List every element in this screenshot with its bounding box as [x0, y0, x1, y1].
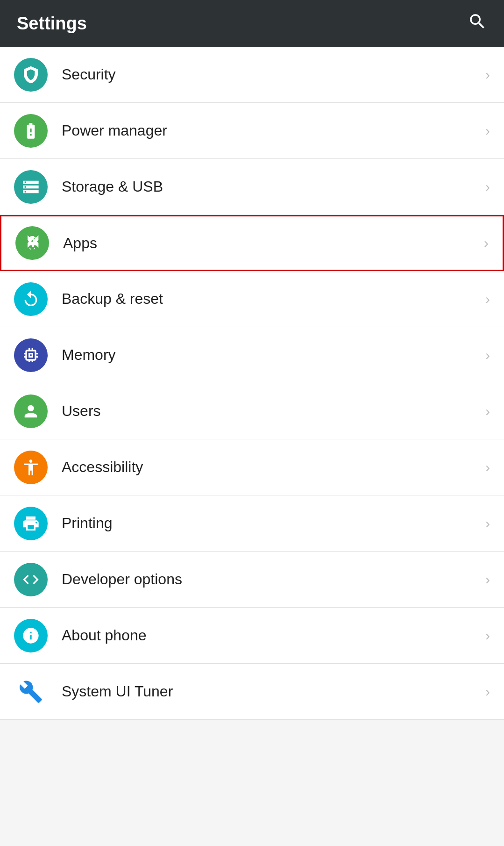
settings-item-printing[interactable]: Printing › [0, 495, 504, 552]
apps-icon [15, 226, 49, 260]
apps-chevron: › [484, 235, 489, 251]
settings-item-developer-options[interactable]: Developer options › [0, 552, 504, 608]
settings-item-security[interactable]: Security › [0, 47, 504, 103]
settings-item-about-phone[interactable]: About phone › [0, 608, 504, 664]
power-manager-icon [14, 114, 48, 148]
about-phone-label: About phone [62, 627, 481, 644]
backup-label: Backup & reset [62, 290, 481, 308]
settings-item-apps[interactable]: Apps › [0, 215, 504, 271]
settings-item-system-ui-tuner[interactable]: System UI Tuner › [0, 664, 504, 720]
backup-chevron: › [485, 291, 490, 307]
system-ui-tuner-chevron: › [485, 684, 490, 700]
users-icon [14, 394, 48, 428]
printing-icon [14, 507, 48, 540]
settings-item-memory[interactable]: Memory › [0, 327, 504, 383]
developer-options-icon [14, 563, 48, 596]
storage-icon [14, 170, 48, 204]
settings-item-storage-usb[interactable]: Storage & USB › [0, 159, 504, 215]
storage-label: Storage & USB [62, 178, 481, 195]
system-ui-tuner-icon [14, 675, 48, 709]
memory-label: Memory [62, 346, 481, 364]
users-label: Users [62, 402, 481, 420]
system-ui-tuner-label: System UI Tuner [62, 683, 481, 700]
developer-options-label: Developer options [62, 571, 481, 588]
security-label: Security [62, 66, 481, 83]
accessibility-label: Accessibility [62, 459, 481, 476]
apps-label: Apps [63, 235, 479, 252]
settings-item-backup-reset[interactable]: Backup & reset › [0, 271, 504, 327]
settings-item-accessibility[interactable]: Accessibility › [0, 439, 504, 495]
printing-label: Printing [62, 515, 481, 532]
page-title: Settings [17, 14, 87, 34]
memory-chevron: › [485, 347, 490, 363]
memory-icon [14, 338, 48, 372]
about-phone-chevron: › [485, 628, 490, 644]
users-chevron: › [485, 403, 490, 419]
power-manager-chevron: › [485, 123, 490, 139]
security-chevron: › [485, 67, 490, 83]
accessibility-chevron: › [485, 459, 490, 475]
power-manager-label: Power manager [62, 122, 481, 139]
developer-options-chevron: › [485, 572, 490, 588]
settings-item-users[interactable]: Users › [0, 383, 504, 439]
about-phone-icon [14, 619, 48, 652]
accessibility-icon [14, 451, 48, 484]
printing-chevron: › [485, 516, 490, 531]
storage-chevron: › [485, 179, 490, 195]
backup-icon [14, 282, 48, 316]
app-header: Settings [0, 0, 504, 47]
search-icon[interactable] [468, 12, 487, 36]
settings-item-power-manager[interactable]: Power manager › [0, 103, 504, 159]
security-icon [14, 58, 48, 92]
settings-list: Security › Power manager › Storage & USB… [0, 47, 504, 720]
